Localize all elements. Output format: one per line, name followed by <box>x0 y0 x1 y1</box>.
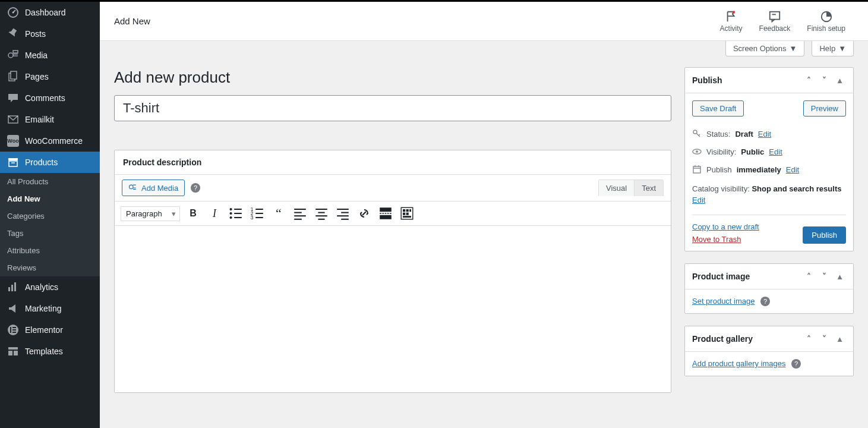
sidebar-item-media[interactable]: Media <box>0 45 100 66</box>
bullet-list-button[interactable] <box>228 205 244 222</box>
woo-icon: Woo <box>7 135 19 147</box>
sidebar-item-pages[interactable]: Pages <box>0 66 100 87</box>
visibility-value: Public <box>741 147 764 156</box>
sidebar-item-analytics[interactable]: Analytics <box>0 276 100 298</box>
svg-rect-17 <box>8 347 18 350</box>
move-down-icon[interactable]: ˅ <box>818 270 831 283</box>
collapse-icon[interactable]: ▴ <box>833 270 846 283</box>
sidebar-item-elementor[interactable]: Elementor <box>0 319 100 341</box>
link-button[interactable] <box>356 205 373 222</box>
save-draft-button[interactable]: Save Draft <box>692 100 744 117</box>
sidebar-item-comments[interactable]: Comments <box>0 87 100 109</box>
sidebar-label: WooCommerce <box>25 136 83 146</box>
screen-options-tab[interactable]: Screen Options ▼ <box>725 41 804 56</box>
submenu-reviews[interactable]: Reviews <box>0 259 100 276</box>
move-trash-link[interactable]: Move to Trash <box>692 235 759 244</box>
postbox-title: Product description <box>123 158 201 167</box>
sidebar-item-templates[interactable]: Templates <box>0 341 100 362</box>
svg-point-61 <box>696 150 698 153</box>
align-center-button[interactable] <box>313 205 330 222</box>
help-tab[interactable]: Help ▼ <box>812 41 854 56</box>
submenu-attributes[interactable]: Attributes <box>0 242 100 259</box>
calendar-icon <box>692 165 702 174</box>
comment-icon <box>7 92 19 104</box>
elementor-icon <box>7 324 19 336</box>
add-gallery-images-link[interactable]: Add product gallery images <box>692 359 786 368</box>
sidebar-item-dashboard[interactable]: Dashboard <box>0 2 100 23</box>
align-left-button[interactable] <box>292 205 308 222</box>
submenu-tags[interactable]: Tags <box>0 225 100 242</box>
svg-rect-4 <box>11 71 17 79</box>
add-media-label: Add Media <box>141 184 178 193</box>
topbar-action-label: Finish setup <box>807 24 845 33</box>
edit-schedule-link[interactable]: Edit <box>786 165 799 174</box>
page-heading: Add new product <box>114 68 671 87</box>
sidebar-item-woocommerce[interactable]: Woo WooCommerce <box>0 130 100 152</box>
chevron-down-icon: ▼ <box>790 44 797 53</box>
topbar-feedback[interactable]: Feedback <box>751 10 799 33</box>
submenu-categories[interactable]: Categories <box>0 207 100 225</box>
editor-tab-text[interactable]: Text <box>635 180 663 196</box>
feedback-icon <box>768 10 781 23</box>
sidebar-item-products[interactable]: Products <box>0 152 100 173</box>
editor-content-area[interactable] <box>115 226 671 392</box>
svg-rect-54 <box>406 209 409 212</box>
submenu-add-new[interactable]: Add New <box>0 190 100 207</box>
topbar-finish-setup[interactable]: Finish setup <box>798 10 854 33</box>
submenu-all-products[interactable]: All Products <box>0 173 100 190</box>
sidebar-label: Elementor <box>25 325 63 335</box>
svg-point-2 <box>8 53 13 58</box>
copy-draft-link[interactable]: Copy to a new draft <box>692 222 759 231</box>
blockquote-button[interactable]: “ <box>270 205 287 222</box>
schedule-label: Publish <box>706 165 732 174</box>
svg-rect-51 <box>380 215 392 219</box>
sidebar-label: Products <box>25 158 58 167</box>
edit-status-link[interactable]: Edit <box>758 130 771 139</box>
svg-rect-14 <box>12 327 16 328</box>
edit-visibility-link[interactable]: Edit <box>769 147 782 156</box>
preview-button[interactable]: Preview <box>803 100 846 117</box>
svg-rect-49 <box>380 207 392 212</box>
sidebar-label: Marketing <box>25 304 61 313</box>
topbar-action-label: Activity <box>720 24 743 33</box>
sidebar-item-emailkit[interactable]: Emailkit <box>0 109 100 130</box>
help-icon[interactable]: ? <box>760 297 770 306</box>
status-label: Status: <box>706 130 730 139</box>
product-gallery-metabox: Product gallery ˄ ˅ ▴ Add product galler… <box>684 326 854 376</box>
help-icon[interactable]: ? <box>791 359 801 369</box>
toolbar-toggle-button[interactable] <box>399 205 415 222</box>
collapse-icon[interactable]: ▴ <box>833 74 846 87</box>
bold-button[interactable]: B <box>185 205 201 222</box>
sidebar-item-posts[interactable]: Posts <box>0 23 100 45</box>
read-more-button[interactable] <box>377 205 394 222</box>
align-right-button[interactable] <box>334 205 351 222</box>
topbar-activity[interactable]: Activity <box>712 10 751 33</box>
svg-rect-11 <box>14 282 16 291</box>
move-up-icon[interactable]: ˄ <box>802 332 815 345</box>
sidebar-submenu-products: All Products Add New Categories Tags Att… <box>0 173 100 276</box>
bar-chart-icon <box>7 281 19 293</box>
numbered-list-button[interactable]: 123 <box>249 205 266 222</box>
set-product-image-link[interactable]: Set product image <box>692 297 755 306</box>
italic-button[interactable]: I <box>206 205 223 222</box>
move-up-icon[interactable]: ˄ <box>802 74 815 87</box>
help-icon[interactable]: ? <box>191 183 200 193</box>
editor-tab-visual[interactable]: Visual <box>599 180 635 196</box>
media-icon <box>128 183 138 193</box>
paragraph-format-select[interactable]: Paragraph <box>121 206 180 221</box>
tinymce-toolbar: Paragraph B I 123 “ <box>115 201 671 226</box>
edit-catalog-link[interactable]: Edit <box>692 196 846 204</box>
svg-point-25 <box>230 208 232 210</box>
topbar-title: Add New <box>114 16 150 26</box>
move-up-icon[interactable]: ˄ <box>802 270 815 283</box>
sidebar-label: Posts <box>25 29 46 39</box>
add-media-button[interactable]: Add Media <box>122 180 185 196</box>
megaphone-icon <box>7 303 19 314</box>
move-down-icon[interactable]: ˅ <box>818 74 831 87</box>
move-down-icon[interactable]: ˅ <box>818 332 831 345</box>
publish-button[interactable]: Publish <box>803 226 846 244</box>
sidebar-item-marketing[interactable]: Marketing <box>0 298 100 319</box>
collapse-icon[interactable]: ▴ <box>833 332 846 345</box>
product-title-input[interactable] <box>114 95 671 121</box>
svg-point-29 <box>230 216 232 219</box>
